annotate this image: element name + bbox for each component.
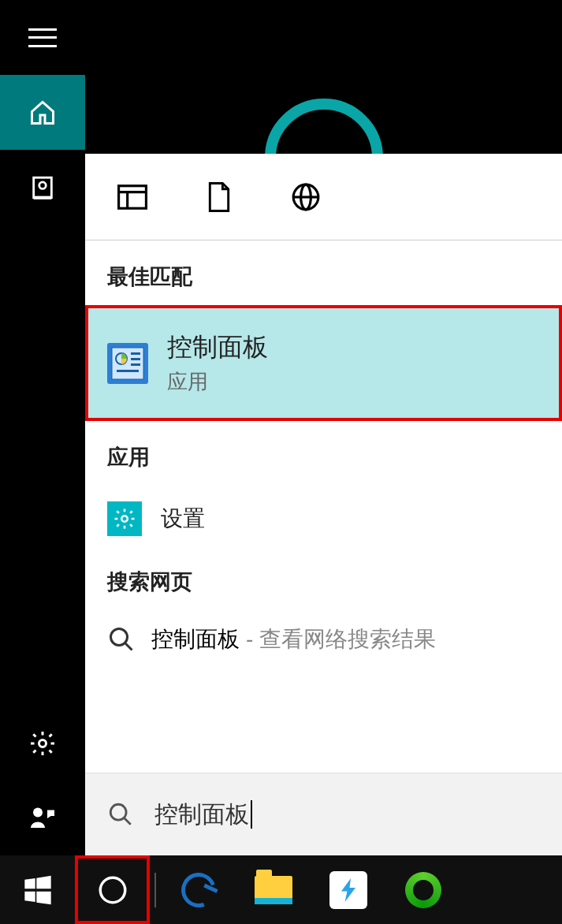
filter-web[interactable] [290, 181, 322, 213]
hamburger-icon [28, 28, 57, 47]
section-web: 搜索网页 [85, 552, 562, 610]
feedback-button[interactable] [0, 781, 85, 855]
web-extra: 查看网络搜索结果 [259, 627, 436, 651]
windows-icon [22, 874, 54, 906]
search-icon [107, 801, 134, 828]
search-input[interactable]: 控制面板 [154, 799, 252, 831]
taskbar [0, 855, 562, 924]
cortana-left-rail [0, 0, 85, 855]
feedback-icon [28, 804, 57, 833]
edge-icon [175, 866, 221, 912]
result-settings[interactable]: 设置 [85, 486, 562, 552]
apps-filter-icon [117, 184, 147, 211]
cortana-button[interactable] [75, 855, 150, 924]
cortana-header [85, 0, 562, 154]
result-title: 设置 [161, 504, 205, 534]
settings-app-icon [107, 501, 142, 536]
edge-button[interactable] [161, 855, 236, 924]
document-filter-icon [207, 182, 231, 212]
svg-point-4 [33, 807, 43, 817]
svg-point-1 [39, 181, 47, 188]
web-result-text: 控制面板-查看网络搜索结果 [151, 624, 436, 654]
svg-rect-15 [131, 363, 140, 366]
green-browser-icon [405, 872, 441, 908]
filter-row [85, 154, 562, 240]
section-best-match: 最佳匹配 [85, 256, 562, 305]
search-box[interactable]: 控制面板 [85, 773, 562, 855]
cortana-icon [96, 874, 129, 907]
result-web-search[interactable]: 控制面板-查看网络搜索结果 [85, 610, 562, 669]
browser-button[interactable] [385, 855, 460, 924]
settings-button[interactable] [0, 706, 85, 781]
svg-rect-14 [131, 358, 140, 360]
svg-point-22 [100, 877, 125, 903]
home-button[interactable] [0, 75, 85, 150]
search-panel: 最佳匹配 控制面板 应用 应用 [85, 0, 562, 855]
svg-point-20 [110, 804, 126, 820]
xunlei-button[interactable] [311, 855, 385, 924]
gear-icon [28, 729, 57, 758]
results-list: 最佳匹配 控制面板 应用 应用 [85, 240, 562, 773]
cortana-ring-icon [265, 99, 383, 154]
explorer-button[interactable] [236, 855, 311, 924]
svg-rect-16 [117, 370, 139, 372]
start-button[interactable] [0, 855, 75, 924]
control-panel-icon [107, 343, 148, 384]
notebook-button[interactable] [0, 150, 85, 225]
svg-rect-5 [119, 185, 147, 208]
svg-point-17 [121, 516, 128, 522]
svg-point-18 [111, 629, 128, 646]
svg-rect-13 [131, 352, 140, 355]
globe-filter-icon [291, 182, 321, 212]
search-icon [107, 625, 136, 654]
filter-apps[interactable] [117, 181, 148, 213]
filter-documents[interactable] [203, 181, 235, 213]
svg-point-3 [39, 740, 47, 747]
section-apps: 应用 [85, 421, 562, 486]
taskbar-divider [154, 873, 156, 907]
result-control-panel[interactable]: 控制面板 应用 [85, 305, 562, 421]
xunlei-icon [329, 871, 367, 909]
menu-button[interactable] [0, 0, 85, 75]
notebook-icon [29, 174, 56, 201]
result-subtitle: 应用 [167, 368, 268, 396]
folder-icon [255, 876, 292, 904]
result-title: 控制面板 [167, 330, 268, 365]
svg-line-21 [124, 818, 131, 825]
svg-line-19 [125, 643, 132, 650]
home-icon [28, 99, 57, 127]
web-query: 控制面板 [151, 627, 240, 651]
